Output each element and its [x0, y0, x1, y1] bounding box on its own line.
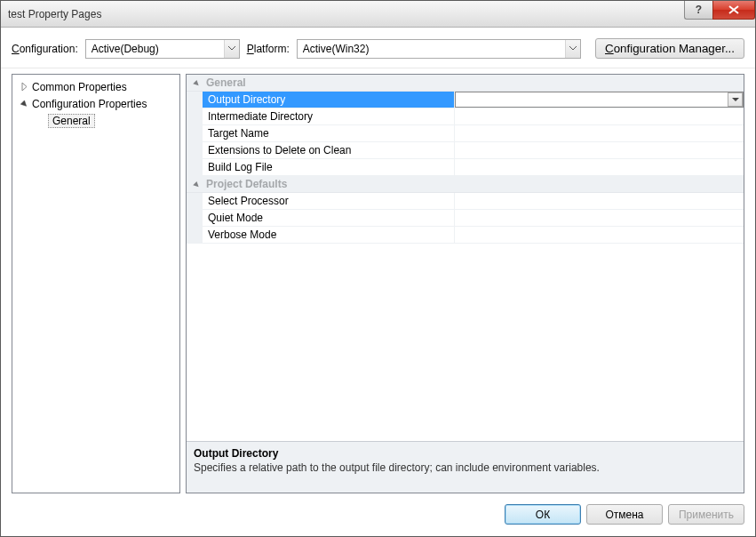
apply-button[interactable]: Применить: [668, 504, 744, 525]
configuration-value: Active(Debug): [92, 43, 159, 55]
grid-section-general[interactable]: General: [187, 75, 744, 92]
tree-label: Common Properties: [32, 81, 127, 93]
configuration-bar: Configuration: Active(Debug) Platform: A…: [1, 28, 755, 68]
configuration-label: Configuration:: [12, 43, 78, 55]
description-text: Specifies a relative path to the output …: [194, 461, 736, 474]
ok-button[interactable]: ОК: [505, 504, 581, 525]
property-name: Extensions to Delete on Clean: [203, 142, 455, 158]
cancel-button[interactable]: Отмена: [586, 504, 663, 525]
tree-label: General: [48, 114, 95, 128]
configuration-manager-button[interactable]: Configuration Manager...: [595, 38, 744, 59]
tree-item-common-properties[interactable]: Common Properties: [12, 78, 179, 95]
property-name: Output Directory: [203, 92, 455, 108]
main-body: Common Properties Configuration Properti…: [1, 68, 755, 493]
grid-row[interactable]: Verbose Mode: [187, 227, 744, 244]
platform-value: Active(Win32): [303, 43, 370, 55]
window-title: test Property Pages: [8, 8, 101, 20]
property-value[interactable]: [455, 227, 744, 243]
close-icon: [728, 5, 739, 14]
chevron-down-icon: [224, 40, 239, 58]
property-name: Build Log File: [203, 159, 455, 175]
grid-row[interactable]: Quiet Mode: [187, 210, 744, 227]
tree-item-general[interactable]: General: [12, 112, 179, 129]
dialog-footer: ОК Отмена Применить: [1, 493, 755, 535]
property-value[interactable]: [455, 142, 744, 158]
property-value[interactable]: [455, 108, 744, 124]
platform-label: Platform:: [247, 43, 290, 55]
property-grid[interactable]: General Output Directory Intermediate Di…: [187, 75, 744, 441]
grid-row[interactable]: Intermediate Directory: [187, 108, 744, 125]
chevron-down-icon: [732, 98, 739, 102]
description-title: Output Directory: [194, 447, 736, 460]
property-name: Target Name: [203, 125, 455, 141]
grid-section-project-defaults[interactable]: Project Defaults: [187, 176, 744, 193]
property-name: Quiet Mode: [203, 210, 455, 226]
section-label: Project Defaults: [206, 178, 287, 190]
expander-expanded-icon[interactable]: [20, 100, 28, 108]
help-button[interactable]: ?: [684, 1, 712, 20]
property-name: Select Processor: [203, 193, 455, 209]
expander-expanded-icon[interactable]: [192, 78, 201, 87]
grid-row[interactable]: Select Processor: [187, 193, 744, 210]
configuration-dropdown[interactable]: Active(Debug): [85, 39, 240, 59]
property-name: Verbose Mode: [203, 227, 455, 243]
property-value-editor[interactable]: [455, 92, 744, 108]
property-value[interactable]: [455, 210, 744, 226]
section-label: General: [206, 76, 246, 89]
titlebar: test Property Pages ?: [1, 1, 755, 28]
category-tree[interactable]: Common Properties Configuration Properti…: [12, 74, 180, 493]
value-dropdown-button[interactable]: [728, 92, 743, 107]
grid-row-output-directory[interactable]: Output Directory: [187, 92, 744, 108]
property-name: Intermediate Directory: [203, 108, 455, 124]
expander-expanded-icon[interactable]: [192, 180, 201, 188]
grid-row[interactable]: Target Name: [187, 125, 744, 142]
expander-collapsed-icon[interactable]: [20, 83, 28, 92]
description-pane: Output Directory Specifies a relative pa…: [187, 441, 744, 493]
chevron-down-icon: [565, 40, 580, 58]
property-value[interactable]: [455, 193, 744, 209]
property-value[interactable]: [455, 159, 744, 175]
property-value[interactable]: [455, 125, 744, 141]
grid-row[interactable]: Build Log File: [187, 159, 744, 176]
window-controls: ?: [684, 1, 755, 20]
tree-label: Configuration Properties: [32, 98, 147, 110]
property-grid-pane: General Output Directory Intermediate Di…: [186, 74, 744, 493]
grid-row[interactable]: Extensions to Delete on Clean: [187, 142, 744, 159]
tree-item-configuration-properties[interactable]: Configuration Properties: [12, 95, 179, 112]
close-button[interactable]: [712, 1, 755, 20]
platform-dropdown[interactable]: Active(Win32): [297, 39, 581, 59]
